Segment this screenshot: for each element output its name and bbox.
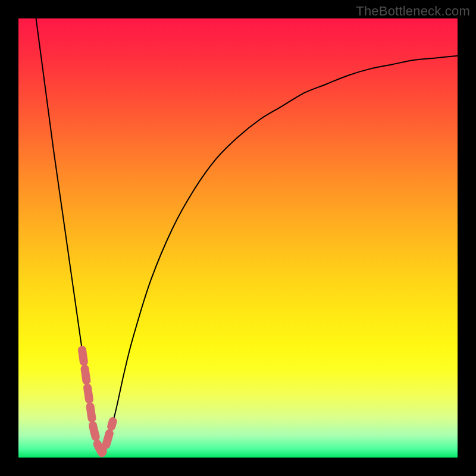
bottleneck-curve-svg xyxy=(18,18,458,458)
plot-area xyxy=(18,18,458,458)
watermark-text: TheBottleneck.com xyxy=(356,4,470,19)
bottleneck-curve xyxy=(36,18,458,453)
valley-highlight xyxy=(82,350,113,453)
chart-frame: TheBottleneck.com xyxy=(0,0,476,476)
